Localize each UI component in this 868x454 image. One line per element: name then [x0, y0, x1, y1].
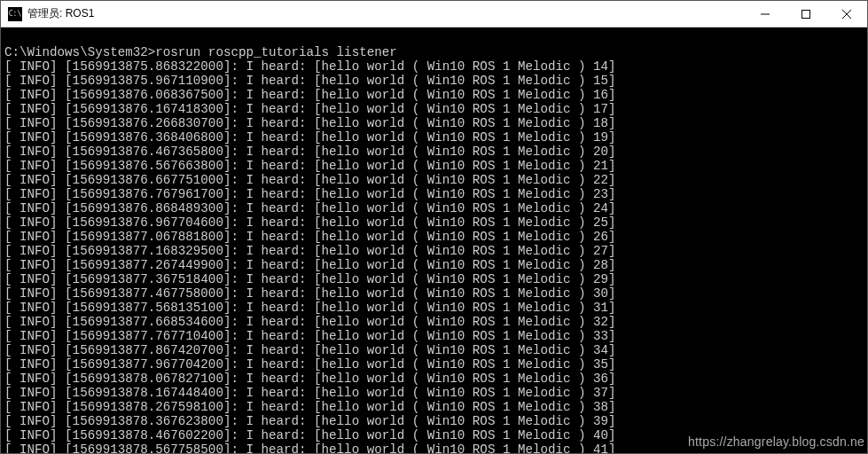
titlebar-left: C:\ 管理员: ROS1 [1, 6, 94, 21]
terminal-output[interactable]: C:\Windows\System32>rosrun roscpp_tutori… [1, 27, 867, 453]
console-icon: C:\ [8, 7, 22, 21]
svg-rect-1 [802, 10, 810, 18]
titlebar[interactable]: C:\ 管理员: ROS1 [1, 1, 867, 27]
window-title: 管理员: ROS1 [27, 6, 94, 21]
maximize-button[interactable] [786, 1, 826, 27]
window-controls [745, 1, 867, 27]
console-window: C:\ 管理员: ROS1 C:\Windows\System32>rosrun… [0, 0, 868, 454]
close-button[interactable] [826, 1, 867, 27]
watermark-text: https://zhangrelay.blog.csdn.ne [688, 434, 864, 449]
minimize-button[interactable] [745, 1, 786, 27]
